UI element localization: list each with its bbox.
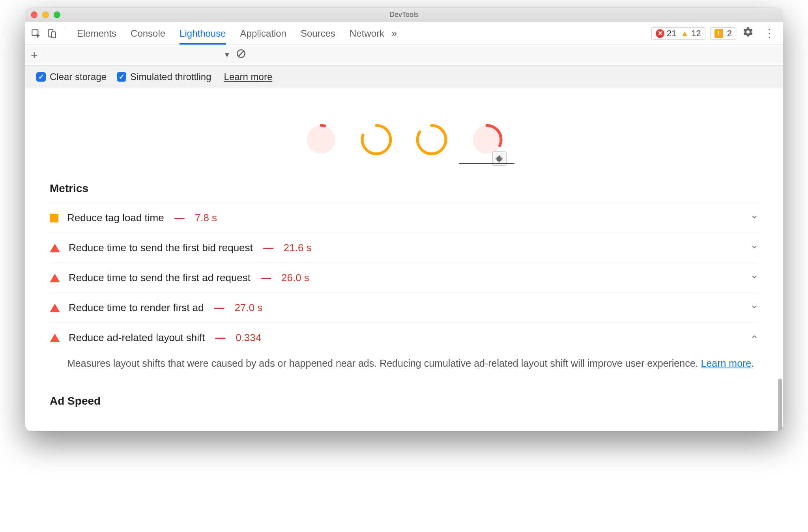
titlebar: DevTools (25, 8, 783, 22)
dash-separator: — (261, 272, 271, 284)
main-tabstrip: Elements Console Lighthouse Application … (25, 22, 783, 45)
dash-separator: — (263, 242, 273, 254)
window-title: DevTools (25, 11, 783, 19)
score-gauge-3[interactable]: 32 (470, 123, 503, 163)
issues-badge[interactable]: ! 2 (710, 27, 736, 40)
learn-more-link[interactable]: Learn more (701, 358, 751, 369)
scrollbar-thumb[interactable] (778, 379, 782, 431)
svg-point-5 (307, 125, 335, 154)
errors-count: ✕ 21 (656, 28, 676, 39)
settings-icon[interactable] (739, 26, 758, 40)
tab-network[interactable]: Network (350, 22, 384, 45)
issue-icon: ! (714, 29, 723, 38)
divider (65, 27, 65, 40)
fail-icon (50, 244, 60, 252)
status-badges: ✕ 21 ▲ 12 ! 2 (651, 27, 736, 40)
metrics-title: Metrics (50, 182, 758, 195)
chevron-down-icon (750, 273, 758, 283)
chevron-up-icon (750, 333, 758, 343)
error-icon: ✕ (656, 29, 664, 38)
dash-separator: — (174, 212, 185, 224)
fail-icon (50, 274, 60, 282)
simulated-throttling-option[interactable]: ✓ Simulated throttling (117, 71, 211, 82)
metric-row[interactable]: Reduce time to render first ad—27.0 s (50, 293, 758, 323)
metric-row[interactable]: Reduce tag load time—7.8 s (50, 203, 758, 233)
chevron-down-icon (750, 243, 758, 253)
dash-separator: — (215, 332, 225, 344)
metric-label: Reduce time to send the first ad request (69, 272, 251, 284)
report-content: Metrics Reduce tag load time—7.8 sReduce… (25, 182, 783, 431)
scores-row: 4808432 (25, 88, 783, 171)
metric-value: 26.0 s (281, 272, 309, 284)
plugin-icon (492, 151, 507, 166)
score-gauge-1[interactable]: 80 (360, 123, 393, 163)
chevron-down-icon (750, 213, 758, 223)
checkbox-checked-icon: ✓ (36, 72, 46, 82)
clear-report-icon[interactable] (236, 49, 246, 62)
learn-more-link[interactable]: Learn more (224, 71, 273, 82)
devtools-window: DevTools Elements Console Lighthouse App… (25, 8, 783, 431)
tab-sources[interactable]: Sources (301, 22, 335, 45)
metric-value: 7.8 s (195, 212, 217, 224)
metric-label: Reduce time to render first ad (69, 302, 204, 314)
metric-label: Reduce time to send the first bid reques… (69, 242, 253, 254)
tabs-overflow-icon[interactable]: » (391, 27, 397, 39)
svg-line-4 (239, 51, 244, 56)
divider (45, 50, 45, 61)
warnings-count: ▲ 12 (680, 28, 701, 39)
metric-label: Reduce tag load time (67, 212, 164, 224)
warnings-number: 12 (691, 28, 701, 39)
device-toggle-icon[interactable] (45, 27, 58, 40)
report-dropdown-icon[interactable]: ▼ (224, 51, 231, 59)
average-icon (50, 214, 58, 222)
clear-storage-label: Clear storage (50, 71, 107, 82)
simulated-throttling-label: Simulated throttling (130, 71, 211, 82)
metrics-list: Reduce tag load time—7.8 sReduce time to… (50, 203, 758, 378)
fail-icon (50, 304, 60, 312)
inspect-element-icon[interactable] (29, 27, 43, 40)
tabs: Elements Console Lighthouse Application … (77, 22, 384, 45)
svg-rect-2 (52, 32, 56, 37)
metric-value: 27.0 s (235, 302, 263, 314)
ad-speed-title: Ad Speed (50, 395, 758, 407)
metric-row[interactable]: Reduce ad-related layout shift—0.334 (50, 323, 758, 353)
tab-elements[interactable]: Elements (77, 22, 116, 45)
console-status-badge[interactable]: ✕ 21 ▲ 12 (651, 27, 705, 40)
window-inner: DevTools Elements Console Lighthouse App… (25, 8, 783, 431)
new-report-button[interactable]: + (31, 49, 38, 62)
metric-value: 21.6 s (284, 242, 312, 254)
score-gauge-2[interactable]: 84 (415, 123, 448, 163)
tab-console[interactable]: Console (131, 22, 165, 45)
checkbox-checked-icon: ✓ (117, 72, 126, 82)
tab-lighthouse[interactable]: Lighthouse (180, 22, 226, 45)
tab-application[interactable]: Application (240, 22, 286, 45)
errors-number: 21 (667, 28, 676, 39)
fail-icon (50, 334, 60, 342)
more-menu-icon[interactable]: ⋮ (760, 27, 779, 40)
clear-storage-option[interactable]: ✓ Clear storage (36, 71, 107, 82)
score-gauge-0[interactable]: 4 (305, 123, 338, 163)
lighthouse-subtoolbar: + ▼ (25, 45, 783, 65)
dash-separator: — (214, 302, 224, 314)
metric-row[interactable]: Reduce time to send the first bid reques… (50, 233, 758, 263)
lighthouse-options-bar: ✓ Clear storage ✓ Simulated throttling L… (25, 65, 783, 88)
metric-description: Measures layout shifts that were caused … (50, 353, 758, 378)
chevron-down-icon (750, 303, 758, 313)
metric-value: 0.334 (236, 332, 261, 344)
metric-label: Reduce ad-related layout shift (69, 332, 205, 344)
issues-number: 2 (727, 28, 732, 39)
warning-icon: ▲ (680, 28, 689, 39)
metric-row[interactable]: Reduce time to send the first ad request… (50, 263, 758, 293)
